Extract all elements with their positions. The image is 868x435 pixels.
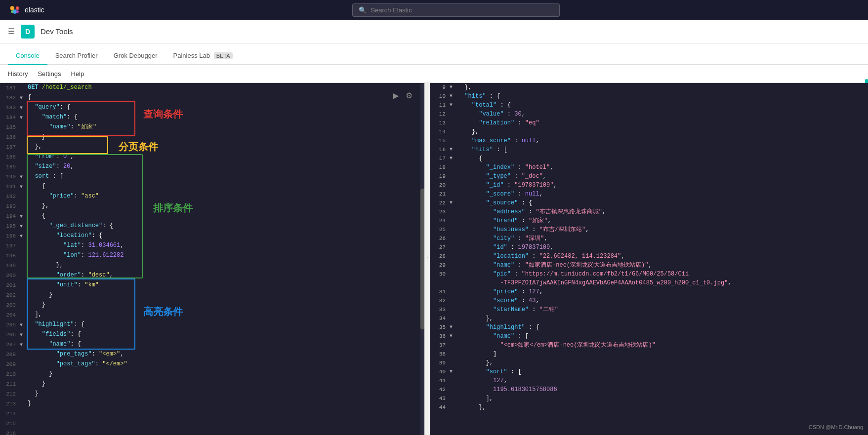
editor-line-213: 213 }: [0, 399, 424, 409]
line-content-182: {: [26, 93, 424, 102]
r-line-num-38: 38: [430, 350, 450, 358]
editor-line-215: 215: [0, 419, 424, 429]
r-content-34: },: [455, 314, 868, 323]
line-num-211: 211: [0, 379, 20, 389]
fold-205[interactable]: ▼: [20, 320, 26, 330]
fold-191[interactable]: ▼: [20, 182, 26, 192]
tab-search-profiler[interactable]: Search Profiler: [47, 47, 106, 65]
hamburger-icon[interactable]: ☰: [8, 27, 15, 36]
r-fold-29: [450, 261, 455, 270]
result-line-23: 23 "address" : "布吉镇深惠路龙珠商城",: [430, 207, 868, 216]
editor-line-195: 195 ▼ "_geo_distance": {: [0, 221, 424, 231]
r-line-num-32: 32: [430, 296, 450, 305]
result-line-20: 20 "_id" : "197837109",: [430, 181, 868, 190]
r-fold-24: [450, 216, 455, 225]
r-line-num-15: 15: [430, 136, 450, 145]
editor-line-200: 200 "order": "desc",: [0, 271, 424, 280]
line-content-212: }: [26, 389, 424, 398]
fold-182[interactable]: ▼: [20, 93, 26, 103]
run-button[interactable]: ▶: [391, 90, 401, 101]
r-fold-16[interactable]: ▼: [450, 145, 455, 154]
fold-214: [20, 409, 26, 419]
r-fold-36[interactable]: ▼: [450, 332, 455, 341]
r-content-39: },: [455, 358, 868, 367]
code-editor[interactable]: 查询条件 分页条件 排序条件 高亮条件 ▶ ⚙ 181 GET /hotel/_…: [0, 83, 424, 435]
elastic-logo-text: elastic: [25, 6, 44, 14]
fold-192: [20, 192, 26, 201]
fold-196[interactable]: ▼: [20, 231, 26, 241]
editor-line-212: 212 }: [0, 389, 424, 399]
fold-194[interactable]: ▼: [20, 211, 26, 221]
line-num-193: 193: [0, 201, 20, 211]
result-line-25: 25 "business" : "布吉/深圳东站",: [430, 225, 868, 234]
line-num-190: 190: [0, 172, 20, 181]
fold-190[interactable]: ▼: [20, 172, 26, 182]
r-line-num-39: 39: [430, 358, 450, 367]
submenu-history[interactable]: History: [8, 66, 28, 81]
r-fold-39: [450, 358, 455, 367]
line-content-193: },: [26, 201, 424, 210]
fold-183[interactable]: ▼: [20, 103, 26, 113]
r-line-num-35: 35: [430, 323, 450, 332]
r-fold-12: [450, 110, 455, 119]
result-line-38: 38 ]: [430, 350, 868, 358]
result-line-34: 34 },: [430, 314, 868, 323]
results-panel[interactable]: 9 ▼ }, 10 ▼ "hits" : { 11 ▼ "total" : { …: [430, 83, 868, 435]
r-content-33: "starName" : "二钻": [455, 305, 868, 314]
r-content-22: "_source" : {: [455, 198, 868, 207]
r-fold-11[interactable]: ▼: [450, 101, 455, 110]
r-fold-35[interactable]: ▼: [450, 323, 455, 332]
r-fold-10[interactable]: ▼: [450, 92, 455, 101]
r-line-num-41: 41: [430, 376, 450, 385]
r-line-num-42: 42: [430, 385, 450, 394]
r-fold-43: [450, 394, 455, 403]
tab-console[interactable]: Console: [8, 47, 47, 65]
r-fold-40[interactable]: ▼: [450, 367, 455, 376]
line-content-204: ],: [26, 310, 424, 319]
result-line-11: 11 ▼ "total" : {: [430, 101, 868, 110]
elastic-logo[interactable]: elastic: [8, 3, 44, 17]
line-num-200: 200: [0, 271, 20, 280]
fold-207[interactable]: ▼: [20, 340, 26, 350]
r-content-17: {: [455, 154, 868, 163]
r-content-12: "value" : 30,: [455, 110, 868, 119]
r-fold-31: [450, 287, 455, 296]
r-line-num-14: 14: [430, 127, 450, 136]
fold-195[interactable]: ▼: [20, 221, 26, 231]
copy-button[interactable]: ⚙: [404, 90, 414, 101]
submenu-settings[interactable]: Settings: [38, 66, 61, 81]
r-line-num-19: 19: [430, 172, 450, 181]
r-fold-9[interactable]: ▼: [450, 83, 455, 92]
line-num-189: 189: [0, 162, 20, 171]
tab-painless-lab[interactable]: Painless Lab BETA: [165, 47, 241, 65]
global-search-bar[interactable]: 🔍 Search Elastic: [352, 3, 560, 17]
r-fold-22[interactable]: ▼: [450, 198, 455, 207]
r-content-43: ],: [455, 394, 868, 403]
result-line-28: 28 "location" : "22.602482, 114.123284",: [430, 252, 868, 261]
line-content-203: }: [26, 300, 424, 309]
line-num-195: 195: [0, 221, 20, 231]
fold-184[interactable]: ▼: [20, 113, 26, 122]
line-content-187: },: [26, 142, 424, 151]
editor-line-208: 208 "pre_tags": "<em>",: [0, 350, 424, 359]
line-num-183: 183: [0, 103, 20, 112]
r-content-16: "hits" : [: [455, 145, 868, 154]
result-line-10: 10 ▼ "hits" : {: [430, 92, 868, 101]
result-line-39: 39 },: [430, 358, 868, 367]
tab-grok-debugger[interactable]: Grok Debugger: [106, 47, 165, 65]
fold-206[interactable]: ▼: [20, 330, 26, 340]
line-content-211: }: [26, 379, 424, 388]
line-content-209: "post_tags": "</em>": [26, 359, 424, 368]
submenu-help[interactable]: Help: [71, 66, 84, 81]
fold-181[interactable]: [20, 83, 26, 93]
line-content-191: {: [26, 182, 424, 191]
line-num-185: 185: [0, 122, 20, 132]
r-fold-17[interactable]: ▼: [450, 154, 455, 163]
r-fold-41: [450, 376, 455, 385]
line-content-194: {: [26, 211, 424, 220]
panel-divider[interactable]: ⋮: [425, 83, 430, 435]
r-content-37: "<em>如家</em>酒店-neo(深圳龙岗大道布吉地铁站店)": [455, 341, 868, 350]
fold-199: [20, 261, 26, 271]
line-num-207: 207: [0, 340, 20, 349]
line-num-204: 204: [0, 310, 20, 319]
